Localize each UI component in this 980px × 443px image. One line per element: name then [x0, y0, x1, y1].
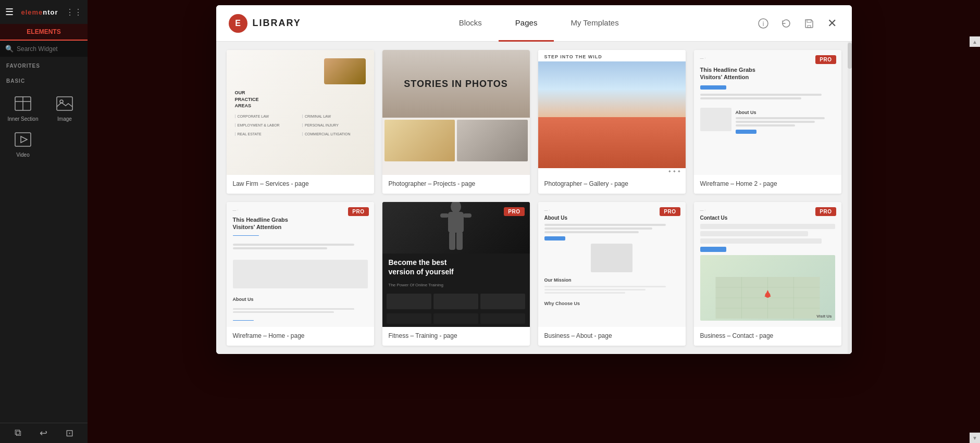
info-icon[interactable]: i	[756, 16, 771, 31]
scrollbar-thumb	[848, 43, 852, 69]
save-icon[interactable]	[802, 16, 816, 31]
svg-rect-12	[448, 212, 464, 233]
template-card-fitness[interactable]: PRO	[382, 202, 530, 346]
svg-marker-6	[21, 136, 27, 143]
template-thumb-wireframe2: — · This Headline GrabsVisitors' Attenti…	[227, 202, 374, 327]
tab-blocks[interactable]: Blocks	[442, 5, 499, 42]
modal-title: LIBRARY	[253, 18, 301, 29]
svg-rect-14	[463, 213, 472, 218]
template-label-wireframe-alt: Wireframe – Home - page	[227, 327, 374, 346]
template-card-contact[interactable]: PRO — · Contact Us	[694, 202, 841, 346]
elements-tab[interactable]: ELEMENTS	[0, 24, 88, 41]
favorites-label: FAVORITES	[0, 57, 88, 72]
athlete-silhouette	[435, 202, 477, 254]
svg-rect-16	[456, 232, 463, 250]
template-thumb-gallery: STEP INTO THE WILD ✦ ✦ ✦	[538, 50, 686, 175]
responsive-icon[interactable]: ⊡	[66, 427, 73, 439]
template-thumb-law: OURPRACTICEAREAS CORPORATE LAW CRIMINAL …	[227, 50, 374, 175]
scrollbar-track[interactable]	[848, 42, 852, 354]
template-thumb-about: — · About Us Our Mission	[538, 202, 686, 327]
pro-badge-fitness: PRO	[504, 207, 524, 216]
template-card-photographer-projects[interactable]: STORIES IN PHOTOS Photographer – Project…	[382, 50, 530, 194]
close-icon[interactable]: ✕	[825, 16, 839, 31]
sidebar-bottom: ⧉ ↩ ⊡	[0, 423, 88, 443]
library-modal: E LIBRARY Blocks Pages My Templates i	[216, 5, 852, 354]
refresh-icon[interactable]	[779, 16, 793, 31]
svg-text:i: i	[762, 20, 764, 28]
svg-point-11	[451, 202, 461, 213]
template-label-fitness: Fitness – Training - page	[382, 327, 530, 346]
widget-list: Inner Section Image Video	[0, 87, 88, 167]
template-label-gallery: Photographer – Gallery - page	[538, 175, 686, 194]
hamburger-icon[interactable]: ☰	[5, 6, 14, 18]
pro-badge-wireframe-alt: PRO	[348, 207, 368, 216]
video-icon	[15, 132, 31, 150]
logo-circle: E	[229, 14, 247, 33]
search-icon: 🔍	[5, 45, 14, 53]
inner-section-widget[interactable]: Inner Section	[2, 91, 44, 127]
template-card-wireframe-home2[interactable]: PRO — · This Headline GrabsVisitors' Att…	[694, 50, 841, 194]
sidebar: ☰ elementor ⋮⋮ ELEMENTS 🔍 FAVORITES BASI…	[0, 0, 88, 443]
svg-rect-15	[449, 232, 455, 250]
template-thumb-wireframe: — · This Headline GrabsVisitors' Attenti…	[694, 50, 841, 175]
template-thumb-contact: — · Contact Us	[694, 202, 841, 327]
main-area: E LIBRARY Blocks Pages My Templates i	[88, 0, 980, 443]
template-card-about[interactable]: PRO — · About Us Our Mission	[538, 202, 686, 346]
svg-rect-13	[440, 213, 449, 218]
video-widget[interactable]: Video	[2, 127, 44, 163]
svg-rect-3	[57, 97, 72, 110]
template-label-contact: Business – Contact - page	[694, 327, 841, 346]
search-input[interactable]	[17, 45, 82, 53]
modal-overlay: E LIBRARY Blocks Pages My Templates i	[88, 0, 980, 443]
inner-section-icon	[15, 96, 31, 114]
sidebar-header: ☰ elementor ⋮⋮	[0, 0, 88, 24]
template-label-photo-projects: Photographer – Projects - page	[382, 175, 530, 194]
sidebar-logo: elementor	[14, 8, 66, 16]
pro-badge-about: PRO	[660, 207, 680, 216]
template-card-photographer-gallery[interactable]: STEP INTO THE WILD ✦ ✦ ✦ Photographer – …	[538, 50, 686, 194]
template-thumb-fitness: Become the bestversion of yourself The P…	[382, 202, 530, 327]
template-grid: OURPRACTICEAREAS CORPORATE LAW CRIMINAL …	[227, 50, 841, 346]
tab-pages[interactable]: Pages	[499, 5, 554, 42]
pro-badge-contact: PRO	[815, 207, 836, 216]
template-label-law: Law Firm – Services - page	[227, 175, 374, 194]
modal-header: E LIBRARY Blocks Pages My Templates i	[216, 5, 852, 42]
image-icon	[56, 96, 73, 114]
layers-icon[interactable]: ⧉	[15, 427, 21, 439]
undo-icon[interactable]: ↩	[40, 427, 47, 439]
grid-icon[interactable]: ⋮⋮	[66, 7, 82, 17]
video-label: Video	[16, 152, 29, 158]
header-icons: i	[756, 16, 839, 31]
template-card-law-firm[interactable]: OURPRACTICEAREAS CORPORATE LAW CRIMINAL …	[227, 50, 374, 194]
tab-my-templates[interactable]: My Templates	[554, 5, 635, 42]
image-widget[interactable]: Image	[44, 91, 85, 127]
template-card-wireframe-alt[interactable]: PRO — · This Headline GrabsVisitors' Att…	[227, 202, 374, 346]
modal-body[interactable]: OURPRACTICEAREAS CORPORATE LAW CRIMINAL …	[216, 42, 852, 354]
map-visual	[703, 277, 832, 319]
svg-rect-5	[15, 133, 31, 146]
modal-tabs: Blocks Pages My Templates	[322, 5, 756, 42]
template-label-about: Business – About - page	[538, 327, 686, 346]
template-label-wireframe: Wireframe – Home 2 - page	[694, 175, 841, 194]
search-area: 🔍	[0, 41, 88, 57]
pro-badge-wireframe: PRO	[815, 55, 836, 64]
modal-logo: E LIBRARY	[229, 14, 301, 33]
basic-label: BASIC	[0, 72, 88, 87]
hammer-image	[324, 58, 366, 84]
image-label: Image	[57, 116, 72, 122]
template-thumb-photo: STORIES IN PHOTOS	[382, 50, 530, 175]
inner-section-label: Inner Section	[8, 116, 39, 122]
